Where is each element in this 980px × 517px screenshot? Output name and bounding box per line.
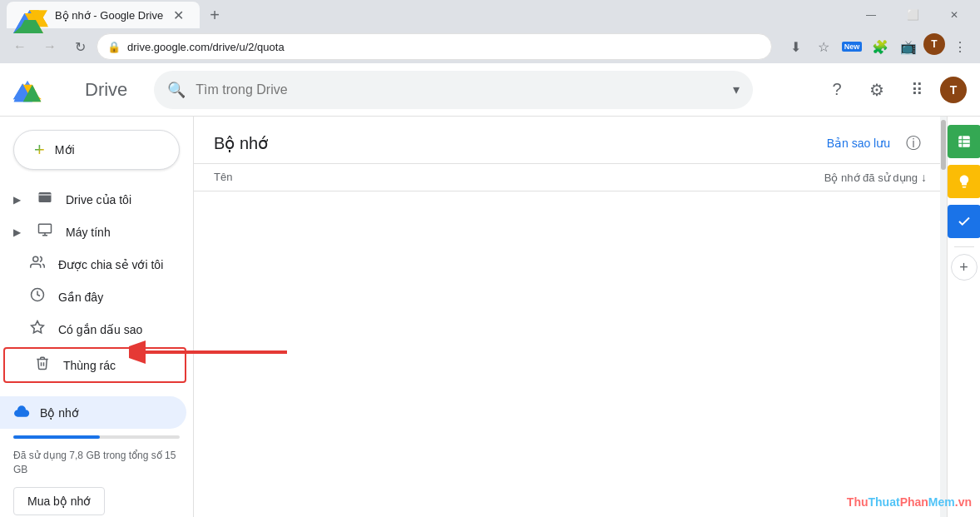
settings-button[interactable]: ⚙	[860, 73, 893, 107]
bookmark-icon[interactable]: ☆	[810, 33, 837, 60]
sheets-app-button[interactable]	[948, 125, 981, 158]
shared-label: Được chia sẻ với tôi	[58, 258, 163, 271]
profile-icon[interactable]: T	[923, 33, 945, 55]
sidebar-item-computers[interactable]: ▶ Máy tính	[0, 216, 186, 248]
extensions-new-badge[interactable]: New	[839, 33, 865, 60]
address-actions: ⬇ ☆ New 🧩 📺 T ⋮	[782, 33, 973, 60]
storage-cloud-icon	[13, 403, 30, 422]
storage-label: Bộ nhớ	[40, 406, 79, 420]
shared-icon	[30, 255, 45, 274]
search-dropdown-icon[interactable]: ▾	[733, 82, 740, 97]
download-icon[interactable]: ⬇	[782, 33, 809, 60]
tasks-app-button[interactable]	[948, 205, 981, 238]
right-panel: +	[947, 117, 980, 517]
trash-item-border: Thùng rác	[3, 347, 186, 383]
refresh-button[interactable]: ↻	[67, 33, 93, 60]
svg-rect-13	[39, 192, 52, 202]
new-badge: New	[842, 42, 863, 52]
title-bar: Bộ nhớ - Google Drive ✕ + — ⬜ ✕	[0, 0, 980, 30]
drive-name: Drive	[85, 79, 127, 101]
puzzle-icon[interactable]: 🧩	[867, 33, 893, 60]
col-storage-label: Bộ nhớ đã sử dụng	[824, 172, 918, 184]
computers-expand-icon: ▶	[13, 226, 21, 238]
my-drive-icon	[37, 190, 52, 209]
storage-used-text: Đã sử dụng 7,8 GB trong tổng số 15 GB	[0, 445, 193, 480]
buy-storage-button[interactable]: Mua bộ nhớ	[13, 487, 105, 515]
tab-close-btn[interactable]: ✕	[170, 7, 186, 23]
url-bar[interactable]: 🔒 drive.google.com/drive/u/2/quota	[97, 33, 772, 60]
content-header: Bộ nhớ Bản sao lưu ⓘ	[194, 117, 947, 164]
my-drive-label: Drive của tôi	[66, 193, 131, 206]
lock-icon: 🔒	[107, 41, 121, 53]
plus-icon: +	[34, 139, 45, 161]
trash-icon	[35, 355, 50, 375]
window-controls: — ⬜ ✕	[852, 2, 973, 28]
starred-label: Có gắn dấu sao	[58, 323, 142, 336]
watermark-phan: Phan	[900, 495, 928, 509]
storage-bar	[13, 435, 180, 439]
table-header: Tên Bộ nhớ đã sử dụng ↓	[194, 164, 947, 191]
maximize-button[interactable]: ⬜	[893, 2, 932, 28]
watermark-thu: Thu	[847, 495, 869, 509]
search-input[interactable]	[196, 82, 723, 97]
starred-icon	[30, 320, 45, 339]
watermark-vn: .vn	[955, 495, 972, 509]
computers-label: Máy tính	[66, 226, 111, 239]
search-icon: 🔍	[167, 81, 186, 99]
drive-logo-icon	[13, 77, 42, 102]
content-area: Bộ nhớ Bản sao lưu ⓘ Tên Bộ nhớ đã sử dụ…	[194, 117, 947, 517]
svg-marker-17	[32, 321, 44, 333]
sidebar-item-shared[interactable]: Được chia sẻ với tôi	[0, 248, 186, 281]
header-actions: ? ⚙ ⠿ T	[820, 73, 967, 107]
close-window-button[interactable]: ✕	[935, 2, 973, 28]
apps-button[interactable]: ⠿	[900, 73, 933, 107]
col-name-header: Tên	[214, 171, 824, 184]
recent-label: Gần đây	[58, 291, 103, 304]
main-layout: + Mới ▶ Drive của tôi ▶ Máy tính	[0, 117, 980, 517]
scroll-track[interactable]	[940, 117, 947, 517]
storage-button[interactable]: Bộ nhớ	[0, 396, 186, 429]
svg-point-15	[33, 256, 38, 261]
sidebar-item-starred[interactable]: Có gắn dấu sao	[0, 313, 186, 345]
add-app-button[interactable]: +	[951, 254, 978, 281]
tab-title: Bộ nhớ - Google Drive	[55, 9, 163, 22]
col-storage-header: Bộ nhớ đã sử dụng ↓	[824, 171, 927, 184]
sidebar-item-trash[interactable]: Thùng rác	[5, 349, 178, 381]
new-tab-button[interactable]: +	[203, 3, 226, 27]
scroll-thumb	[941, 120, 946, 170]
content-actions: Bản sao lưu ⓘ	[827, 130, 927, 157]
storage-bar-fill	[13, 435, 100, 439]
info-button[interactable]: ⓘ	[900, 130, 927, 157]
minimize-button[interactable]: —	[852, 2, 890, 28]
content-body	[194, 191, 947, 517]
sort-icon[interactable]: ↓	[921, 171, 927, 184]
watermark-mem: Mem	[928, 495, 955, 509]
menu-icon[interactable]: ⋮	[947, 33, 973, 60]
computers-icon	[37, 222, 52, 241]
app-header: Drive 🔍 ▾ ? ⚙ ⠿ T	[0, 63, 980, 117]
recent-icon	[30, 287, 45, 306]
new-button[interactable]: + Mới	[13, 130, 180, 170]
right-panel-divider	[954, 246, 974, 247]
watermark: ThuThuatPhanMem.vn	[847, 495, 972, 509]
cast-icon[interactable]: 📺	[895, 33, 922, 60]
sidebar: + Mới ▶ Drive của tôi ▶ Máy tính	[0, 117, 194, 517]
sidebar-item-recent[interactable]: Gần đây	[0, 281, 186, 313]
search-bar[interactable]: 🔍 ▾	[154, 71, 753, 109]
watermark-thuat: Thuat	[869, 495, 900, 509]
sidebar-item-my-drive[interactable]: ▶ Drive của tôi	[0, 183, 186, 216]
address-bar: ← → ↻ 🔒 drive.google.com/drive/u/2/quota…	[0, 30, 980, 63]
new-label: Mới	[55, 143, 75, 157]
help-button[interactable]: ?	[820, 73, 854, 107]
drive-logo[interactable]: Drive	[13, 77, 127, 102]
backup-link[interactable]: Bản sao lưu	[827, 137, 890, 150]
svg-rect-18	[958, 136, 970, 147]
app-container: Drive 🔍 ▾ ? ⚙ ⠿ T + Mới ▶	[0, 63, 980, 517]
page-title: Bộ nhớ	[214, 133, 268, 153]
svg-rect-14	[39, 224, 52, 233]
url-text: drive.google.com/drive/u/2/quota	[127, 41, 285, 53]
user-avatar[interactable]: T	[940, 77, 967, 103]
expand-icon: ▶	[13, 194, 21, 206]
keep-app-button[interactable]	[948, 165, 981, 198]
trash-label: Thùng rác	[63, 359, 116, 372]
